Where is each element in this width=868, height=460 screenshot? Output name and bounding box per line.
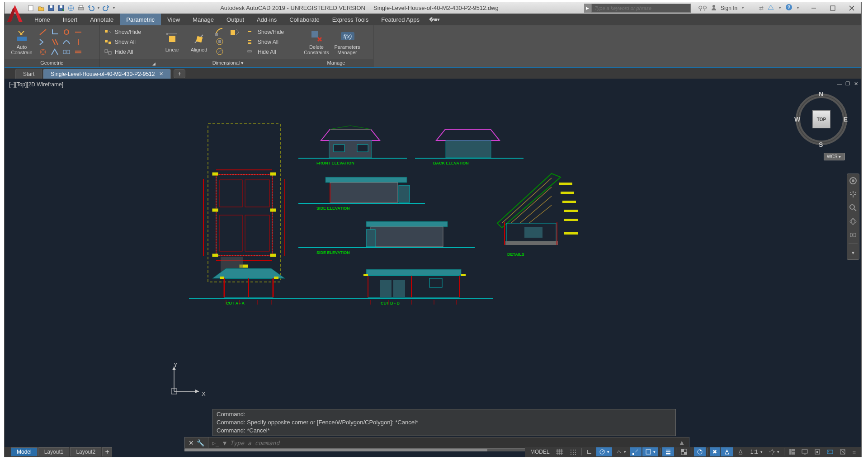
tab-view[interactable]: View bbox=[161, 14, 186, 25]
tab-parametric[interactable]: Parametric bbox=[120, 14, 161, 25]
vp-close-icon[interactable]: ✕ bbox=[852, 80, 859, 87]
gc-equal-icon[interactable] bbox=[61, 47, 71, 56]
tab-addins[interactable]: Add-ins bbox=[250, 14, 283, 25]
panel-geometric-title[interactable]: Geometric bbox=[5, 59, 99, 67]
layout-tab-1[interactable]: Layout1 bbox=[38, 447, 70, 456]
nav-more-icon[interactable]: ▼ bbox=[848, 248, 858, 258]
gc-perpendicular-icon[interactable] bbox=[50, 28, 60, 37]
search-input[interactable] bbox=[592, 5, 690, 11]
compass-n[interactable]: N bbox=[819, 90, 823, 98]
gc-vertical-icon[interactable] bbox=[73, 38, 83, 47]
qat-saveas-icon[interactable] bbox=[56, 3, 66, 13]
qat-redo-icon[interactable] bbox=[101, 3, 111, 13]
filetab-close-icon[interactable]: ✕ bbox=[159, 71, 163, 77]
status-transparency-icon[interactable] bbox=[678, 447, 690, 456]
gc-fix-icon[interactable] bbox=[73, 47, 83, 56]
status-isodraft-icon[interactable]: ▾ bbox=[613, 447, 629, 456]
tab-output[interactable]: Output bbox=[220, 14, 250, 25]
vp-restore-icon[interactable]: ❐ bbox=[844, 80, 851, 87]
layout-add-icon[interactable]: + bbox=[102, 447, 112, 456]
qat-dropdown-icon[interactable]: ▼ bbox=[96, 3, 101, 13]
status-cleanscreen-icon[interactable] bbox=[837, 447, 849, 456]
drawing-viewport[interactable]: [–][Top][2D Wireframe] — ❐ ✕ TOP N S W E… bbox=[5, 79, 861, 457]
panel-manage-title[interactable]: Manage bbox=[299, 59, 373, 67]
tab-home[interactable]: Home bbox=[28, 14, 57, 25]
tab-more-icon[interactable]: �■▾ bbox=[429, 14, 440, 25]
status-monitor-icon[interactable] bbox=[799, 447, 811, 456]
status-snap-dots-icon[interactable] bbox=[567, 447, 580, 456]
nav-showmotion-icon[interactable] bbox=[848, 230, 858, 240]
gc-smooth-icon[interactable] bbox=[61, 38, 71, 47]
qat-undo-icon[interactable] bbox=[86, 3, 96, 13]
filetab-start[interactable]: Start bbox=[15, 69, 42, 79]
exchange-icon[interactable]: ⇄ bbox=[759, 5, 764, 11]
cmd-customize-icon[interactable]: 🔧 bbox=[197, 439, 204, 446]
close-icon[interactable] bbox=[842, 2, 861, 14]
delete-constraints-button[interactable]: DeleteConstraints bbox=[302, 26, 331, 58]
qat-open-icon[interactable] bbox=[36, 3, 46, 13]
minimize-icon[interactable] bbox=[804, 2, 823, 14]
compass-w[interactable]: W bbox=[794, 116, 800, 123]
aligned-dim-button[interactable]: Aligned bbox=[186, 26, 212, 58]
signin-label[interactable]: Sign In bbox=[721, 5, 737, 11]
gc-tangent-icon[interactable] bbox=[61, 28, 71, 37]
status-customize-icon[interactable]: ≡ bbox=[849, 447, 859, 456]
gc-showhide-button[interactable]: Show/Hide bbox=[102, 28, 143, 37]
layout-tab-model[interactable]: Model bbox=[11, 447, 38, 456]
status-polar-icon[interactable]: ▾ bbox=[596, 447, 612, 456]
status-isolate-icon[interactable] bbox=[811, 447, 823, 456]
gc-showall-button[interactable]: Show All bbox=[102, 38, 143, 47]
status-gear-icon[interactable]: ▾ bbox=[766, 447, 782, 456]
status-lwt-icon[interactable] bbox=[662, 447, 674, 456]
gc-coincident-icon[interactable] bbox=[38, 28, 48, 37]
gc-hideall-button[interactable]: Hide All bbox=[102, 47, 143, 56]
qat-plot-icon[interactable] bbox=[76, 3, 86, 13]
auto-constrain-button[interactable]: AutoConstrain bbox=[7, 26, 36, 58]
gc-horizontal-icon[interactable] bbox=[73, 28, 83, 37]
dc-convert-icon[interactable] bbox=[228, 28, 241, 56]
status-workspace-icon[interactable] bbox=[786, 447, 798, 456]
gc-collinear-icon[interactable] bbox=[38, 38, 48, 47]
dc-showall-button[interactable]: Show All bbox=[245, 38, 286, 47]
status-ortho-icon[interactable] bbox=[584, 447, 595, 456]
dc-diameter-icon[interactable] bbox=[215, 47, 226, 56]
viewcube[interactable]: TOP N S W E bbox=[793, 88, 848, 151]
linear-dim-button[interactable]: Linear bbox=[160, 26, 184, 58]
tab-featured[interactable]: Featured Apps bbox=[375, 14, 426, 25]
viewcube-top[interactable]: TOP bbox=[812, 110, 830, 128]
status-scale[interactable]: 1:1▾ bbox=[748, 447, 766, 456]
infocenter-icon[interactable]: ⚲⚲ bbox=[698, 5, 707, 12]
nav-zoom-icon[interactable] bbox=[848, 203, 858, 213]
tab-manage[interactable]: Manage bbox=[186, 14, 220, 25]
maximize-icon[interactable] bbox=[823, 2, 842, 14]
cmd-close-icon[interactable]: ✕ bbox=[189, 439, 194, 446]
cmd-history-icon[interactable]: ▲ bbox=[678, 439, 685, 447]
nav-pan-icon[interactable] bbox=[848, 189, 858, 199]
qat-new-icon[interactable] bbox=[26, 3, 36, 13]
nav-orbit-icon[interactable] bbox=[848, 216, 858, 226]
gc-parallel-icon[interactable] bbox=[50, 38, 60, 47]
command-input[interactable] bbox=[230, 440, 675, 446]
dc-radius-icon[interactable] bbox=[215, 38, 226, 47]
dc-angular-icon[interactable] bbox=[215, 28, 226, 37]
gc-concentric-icon[interactable] bbox=[38, 47, 48, 56]
vp-minimize-icon[interactable]: — bbox=[836, 80, 843, 87]
dc-showhide-button[interactable]: Show/Hide bbox=[245, 28, 286, 37]
status-grid-icon[interactable] bbox=[553, 447, 566, 456]
status-hwacc-icon[interactable] bbox=[824, 447, 836, 456]
layout-tab-2[interactable]: Layout2 bbox=[70, 447, 101, 456]
compass-s[interactable]: S bbox=[819, 141, 823, 148]
app-store-icon[interactable] bbox=[767, 4, 774, 12]
qat-save-icon[interactable] bbox=[46, 3, 56, 13]
user-icon[interactable] bbox=[711, 4, 717, 12]
panel-dimensional-title[interactable]: Dimensional ▾ bbox=[157, 59, 299, 67]
filetab-add-icon[interactable]: + bbox=[174, 69, 185, 78]
app-logo[interactable] bbox=[5, 3, 24, 24]
status-annoscale-icon[interactable] bbox=[721, 447, 733, 456]
status-annomonitor-icon[interactable]: ✖ bbox=[710, 447, 720, 456]
compass-e[interactable]: E bbox=[844, 116, 848, 123]
parameters-manager-button[interactable]: f(x) ParametersManager bbox=[333, 26, 362, 58]
status-annovis-icon[interactable] bbox=[734, 447, 747, 456]
dc-hideall-button[interactable]: Hide All bbox=[245, 47, 286, 56]
qat-openweb-icon[interactable] bbox=[66, 3, 76, 13]
